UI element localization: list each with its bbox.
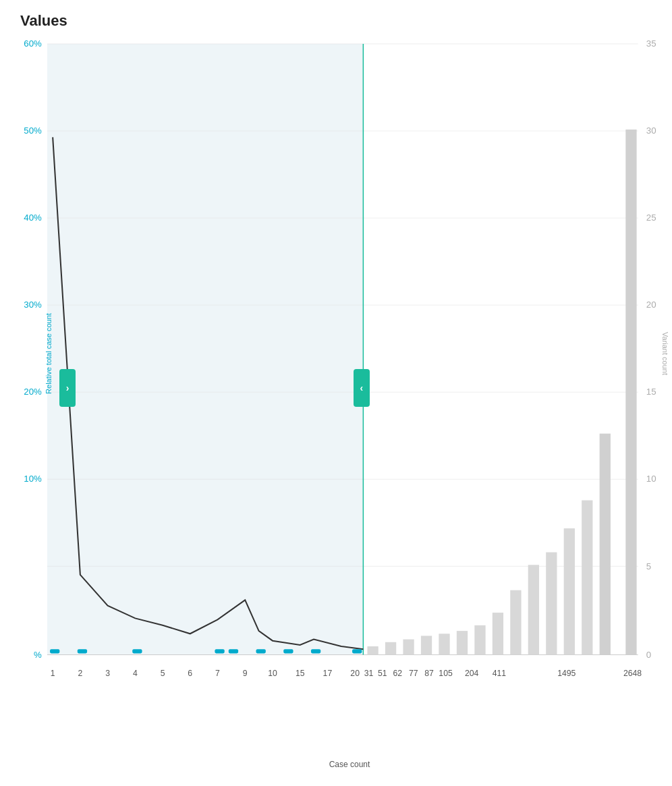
svg-rect-24 <box>367 646 378 654</box>
svg-rect-46 <box>283 649 293 653</box>
x-axis-label: Case count <box>329 760 370 769</box>
svg-text:4: 4 <box>133 669 138 678</box>
svg-text:77: 77 <box>409 669 418 678</box>
svg-text:35: 35 <box>646 38 656 49</box>
svg-rect-35 <box>564 528 575 654</box>
svg-rect-42 <box>132 649 142 653</box>
svg-text:%: % <box>34 650 42 660</box>
svg-text:15: 15 <box>296 669 305 678</box>
svg-text:25: 25 <box>646 213 656 223</box>
svg-rect-28 <box>439 634 449 654</box>
svg-text:40%: 40% <box>24 213 42 223</box>
left-slider-handle[interactable]: › <box>59 369 76 407</box>
svg-text:87: 87 <box>424 669 434 678</box>
svg-text:105: 105 <box>439 669 453 678</box>
svg-rect-43 <box>215 649 224 653</box>
svg-text:15: 15 <box>646 387 656 397</box>
svg-rect-36 <box>582 501 592 655</box>
svg-text:17: 17 <box>323 669 333 678</box>
svg-text:1: 1 <box>51 669 55 678</box>
left-arrow-icon: › <box>66 383 69 393</box>
svg-rect-25 <box>385 642 396 655</box>
svg-rect-27 <box>421 636 432 654</box>
svg-rect-44 <box>229 649 238 653</box>
svg-rect-31 <box>493 613 503 654</box>
svg-text:10: 10 <box>646 474 656 484</box>
svg-text:20%: 20% <box>24 387 42 397</box>
svg-text:2648: 2648 <box>623 669 642 678</box>
svg-text:51: 51 <box>378 669 387 678</box>
svg-text:10: 10 <box>268 669 277 678</box>
svg-rect-0 <box>47 44 363 655</box>
svg-rect-29 <box>457 631 468 654</box>
right-arrow-icon: ‹ <box>360 383 364 393</box>
page-title: Values <box>0 0 672 30</box>
svg-rect-32 <box>510 590 521 655</box>
svg-rect-40 <box>50 649 59 653</box>
right-slider-handle[interactable]: ‹ <box>354 369 370 407</box>
svg-rect-30 <box>474 625 485 655</box>
svg-text:0: 0 <box>646 650 651 660</box>
chart-area: Relative total case count Variant count … <box>47 44 652 732</box>
svg-text:62: 62 <box>393 669 402 678</box>
svg-text:30%: 30% <box>24 300 42 310</box>
y-axis-right-label: Variant count <box>661 332 669 375</box>
svg-rect-34 <box>546 553 557 655</box>
svg-rect-41 <box>78 649 87 653</box>
svg-rect-45 <box>256 649 266 653</box>
main-chart-svg: 60% 50% 40% 30% 20% 10% % 35 30 25 20 15… <box>47 44 652 732</box>
svg-rect-37 <box>600 434 611 655</box>
svg-text:20: 20 <box>350 669 360 678</box>
svg-text:3: 3 <box>105 669 110 678</box>
svg-text:6: 6 <box>188 669 192 678</box>
chart-container: Relative total case count Variant count … <box>0 37 672 786</box>
svg-text:60%: 60% <box>24 38 42 49</box>
svg-rect-47 <box>311 649 320 653</box>
svg-text:9: 9 <box>243 669 248 678</box>
svg-rect-38 <box>625 130 636 655</box>
svg-text:31: 31 <box>364 669 374 678</box>
svg-text:30: 30 <box>646 125 656 136</box>
svg-text:20: 20 <box>646 300 656 310</box>
svg-text:50%: 50% <box>24 125 42 136</box>
svg-rect-33 <box>528 565 539 654</box>
svg-text:10%: 10% <box>24 474 42 484</box>
svg-text:5: 5 <box>646 561 651 571</box>
svg-text:2: 2 <box>78 669 82 678</box>
svg-text:411: 411 <box>493 669 507 678</box>
svg-text:5: 5 <box>161 669 165 678</box>
svg-text:1495: 1495 <box>557 669 576 678</box>
svg-text:7: 7 <box>215 669 220 678</box>
y-axis-left-label: Relative total case count <box>45 313 53 394</box>
svg-text:204: 204 <box>465 669 479 678</box>
svg-rect-48 <box>352 649 362 653</box>
svg-rect-26 <box>403 640 414 655</box>
